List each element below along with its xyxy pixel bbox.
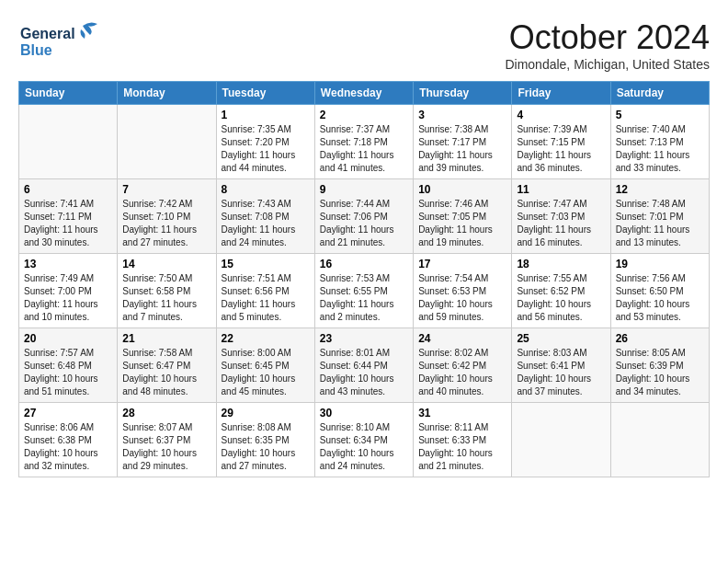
calendar-cell — [610, 403, 709, 477]
page-header: General Blue October 2024 Dimondale, Mic… — [18, 18, 710, 72]
calendar-cell: 26Sunrise: 8:05 AMSunset: 6:39 PMDayligh… — [610, 328, 709, 403]
day-header-saturday: Saturday — [610, 82, 709, 105]
day-info: Sunrise: 7:39 AMSunset: 7:15 PMDaylight:… — [517, 123, 605, 175]
day-number: 5 — [616, 109, 704, 121]
calendar-cell: 2Sunrise: 7:37 AMSunset: 7:18 PMDaylight… — [314, 105, 413, 179]
svg-text:General: General — [20, 26, 75, 41]
location-text: Dimondale, Michigan, United States — [505, 57, 710, 72]
day-number: 8 — [222, 183, 310, 196]
day-number: 14 — [122, 258, 210, 270]
day-info: Sunrise: 8:10 AMSunset: 6:34 PMDaylight:… — [320, 421, 408, 473]
day-info: Sunrise: 8:03 AMSunset: 6:41 PMDaylight:… — [517, 347, 605, 398]
day-number: 11 — [517, 183, 605, 196]
calendar-cell — [512, 403, 610, 477]
day-number: 18 — [517, 258, 605, 270]
day-info: Sunrise: 7:49 AMSunset: 7:00 PMDaylight:… — [24, 272, 112, 324]
calendar-cell: 20Sunrise: 7:57 AMSunset: 6:48 PMDayligh… — [19, 328, 118, 403]
calendar-cell: 25Sunrise: 8:03 AMSunset: 6:41 PMDayligh… — [512, 328, 610, 403]
day-number: 2 — [320, 109, 408, 121]
calendar-header-row: SundayMondayTuesdayWednesdayThursdayFrid… — [19, 82, 710, 105]
calendar-cell: 3Sunrise: 7:38 AMSunset: 7:17 PMDaylight… — [414, 105, 512, 179]
calendar-cell: 14Sunrise: 7:50 AMSunset: 6:58 PMDayligh… — [118, 254, 216, 328]
day-number: 4 — [517, 109, 605, 121]
day-header-wednesday: Wednesday — [314, 82, 413, 105]
day-number: 24 — [418, 332, 506, 345]
day-number: 25 — [517, 332, 605, 345]
calendar-cell: 4Sunrise: 7:39 AMSunset: 7:15 PMDaylight… — [512, 105, 610, 179]
day-number: 19 — [616, 258, 704, 270]
calendar-cell: 1Sunrise: 7:35 AMSunset: 7:20 PMDaylight… — [216, 105, 314, 179]
day-info: Sunrise: 8:05 AMSunset: 6:39 PMDaylight:… — [616, 347, 704, 398]
day-number: 30 — [320, 407, 408, 419]
day-info: Sunrise: 8:07 AMSunset: 6:37 PMDaylight:… — [122, 421, 210, 473]
calendar-cell: 18Sunrise: 7:55 AMSunset: 6:52 PMDayligh… — [512, 254, 610, 328]
title-block: October 2024 Dimondale, Michigan, United… — [505, 18, 710, 72]
day-number: 1 — [222, 109, 310, 121]
day-info: Sunrise: 8:06 AMSunset: 6:38 PMDaylight:… — [24, 421, 112, 473]
day-info: Sunrise: 7:44 AMSunset: 7:06 PMDaylight:… — [320, 198, 408, 249]
calendar-cell: 7Sunrise: 7:42 AMSunset: 7:10 PMDaylight… — [118, 179, 216, 254]
day-info: Sunrise: 7:50 AMSunset: 6:58 PMDaylight:… — [122, 272, 210, 324]
day-number: 3 — [418, 109, 506, 121]
calendar-cell: 5Sunrise: 7:40 AMSunset: 7:13 PMDaylight… — [610, 105, 709, 179]
svg-text:Blue: Blue — [20, 42, 52, 58]
day-number: 13 — [24, 258, 112, 270]
day-number: 7 — [122, 183, 210, 196]
day-info: Sunrise: 7:38 AMSunset: 7:17 PMDaylight:… — [418, 123, 506, 175]
day-header-monday: Monday — [118, 82, 216, 105]
day-info: Sunrise: 8:01 AMSunset: 6:44 PMDaylight:… — [320, 347, 408, 398]
calendar-cell: 8Sunrise: 7:43 AMSunset: 7:08 PMDaylight… — [216, 179, 314, 254]
day-info: Sunrise: 7:56 AMSunset: 6:50 PMDaylight:… — [616, 272, 704, 324]
day-info: Sunrise: 7:35 AMSunset: 7:20 PMDaylight:… — [222, 123, 310, 175]
day-number: 12 — [616, 183, 704, 196]
day-info: Sunrise: 7:53 AMSunset: 6:55 PMDaylight:… — [320, 272, 408, 324]
day-info: Sunrise: 7:37 AMSunset: 7:18 PMDaylight:… — [320, 123, 408, 175]
calendar-cell: 21Sunrise: 7:58 AMSunset: 6:47 PMDayligh… — [118, 328, 216, 403]
day-info: Sunrise: 8:08 AMSunset: 6:35 PMDaylight:… — [222, 421, 310, 473]
day-info: Sunrise: 8:00 AMSunset: 6:45 PMDaylight:… — [222, 347, 310, 398]
calendar-cell: 13Sunrise: 7:49 AMSunset: 7:00 PMDayligh… — [19, 254, 118, 328]
day-number: 21 — [122, 332, 210, 345]
calendar-table: SundayMondayTuesdayWednesdayThursdayFrid… — [18, 81, 710, 477]
calendar-cell: 11Sunrise: 7:47 AMSunset: 7:03 PMDayligh… — [512, 179, 610, 254]
calendar-cell: 16Sunrise: 7:53 AMSunset: 6:55 PMDayligh… — [314, 254, 413, 328]
day-number: 6 — [24, 183, 112, 196]
day-number: 29 — [222, 407, 310, 419]
calendar-week-2: 6Sunrise: 7:41 AMSunset: 7:11 PMDaylight… — [19, 179, 710, 254]
calendar-cell: 23Sunrise: 8:01 AMSunset: 6:44 PMDayligh… — [314, 328, 413, 403]
day-number: 27 — [24, 407, 112, 419]
day-number: 23 — [320, 332, 408, 345]
calendar-week-3: 13Sunrise: 7:49 AMSunset: 7:00 PMDayligh… — [19, 254, 710, 328]
day-info: Sunrise: 7:47 AMSunset: 7:03 PMDaylight:… — [517, 198, 605, 249]
calendar-cell: 10Sunrise: 7:46 AMSunset: 7:05 PMDayligh… — [414, 179, 512, 254]
day-info: Sunrise: 7:58 AMSunset: 6:47 PMDaylight:… — [122, 347, 210, 398]
day-number: 16 — [320, 258, 408, 270]
day-info: Sunrise: 8:11 AMSunset: 6:33 PMDaylight:… — [418, 421, 506, 473]
day-info: Sunrise: 7:43 AMSunset: 7:08 PMDaylight:… — [222, 198, 310, 249]
day-info: Sunrise: 8:02 AMSunset: 6:42 PMDaylight:… — [418, 347, 506, 398]
calendar-week-5: 27Sunrise: 8:06 AMSunset: 6:38 PMDayligh… — [19, 403, 710, 477]
calendar-week-1: 1Sunrise: 7:35 AMSunset: 7:20 PMDaylight… — [19, 105, 710, 179]
calendar-cell — [19, 105, 118, 179]
day-header-sunday: Sunday — [19, 82, 118, 105]
day-number: 9 — [320, 183, 408, 196]
calendar-cell: 29Sunrise: 8:08 AMSunset: 6:35 PMDayligh… — [216, 403, 314, 477]
day-info: Sunrise: 7:55 AMSunset: 6:52 PMDaylight:… — [517, 272, 605, 324]
calendar-cell: 17Sunrise: 7:54 AMSunset: 6:53 PMDayligh… — [414, 254, 512, 328]
calendar-week-4: 20Sunrise: 7:57 AMSunset: 6:48 PMDayligh… — [19, 328, 710, 403]
day-info: Sunrise: 7:40 AMSunset: 7:13 PMDaylight:… — [616, 123, 704, 175]
calendar-cell: 30Sunrise: 8:10 AMSunset: 6:34 PMDayligh… — [314, 403, 413, 477]
logo-svg: General Blue — [18, 18, 101, 64]
day-number: 31 — [418, 407, 506, 419]
day-number: 26 — [616, 332, 704, 345]
day-number: 15 — [222, 258, 310, 270]
calendar-cell: 12Sunrise: 7:48 AMSunset: 7:01 PMDayligh… — [610, 179, 709, 254]
day-header-thursday: Thursday — [414, 82, 512, 105]
day-info: Sunrise: 7:57 AMSunset: 6:48 PMDaylight:… — [24, 347, 112, 398]
calendar-cell: 15Sunrise: 7:51 AMSunset: 6:56 PMDayligh… — [216, 254, 314, 328]
day-number: 22 — [222, 332, 310, 345]
day-number: 10 — [418, 183, 506, 196]
day-number: 20 — [24, 332, 112, 345]
calendar-cell: 19Sunrise: 7:56 AMSunset: 6:50 PMDayligh… — [610, 254, 709, 328]
calendar-cell: 6Sunrise: 7:41 AMSunset: 7:11 PMDaylight… — [19, 179, 118, 254]
